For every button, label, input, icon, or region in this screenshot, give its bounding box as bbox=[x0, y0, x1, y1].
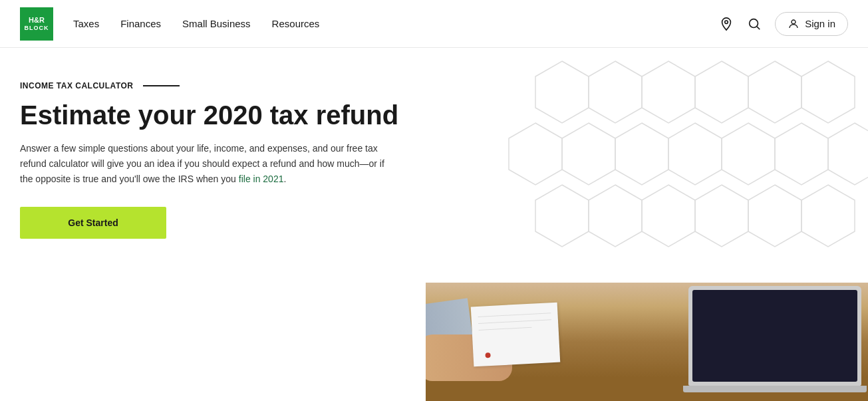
svg-marker-13 bbox=[668, 123, 722, 185]
svg-marker-18 bbox=[589, 185, 642, 247]
svg-line-2 bbox=[757, 27, 760, 29]
svg-point-3 bbox=[792, 20, 796, 24]
sign-in-button[interactable]: Sign in bbox=[775, 12, 848, 36]
logo-line2: BLOCK bbox=[25, 25, 49, 32]
svg-marker-10 bbox=[509, 123, 562, 185]
svg-marker-8 bbox=[748, 61, 801, 123]
nav-item-resources[interactable]: Resources bbox=[272, 18, 320, 29]
svg-marker-15 bbox=[775, 123, 828, 185]
eyebrow-text: INCOME TAX CALCULATOR bbox=[20, 81, 134, 90]
hero-title: Estimate your 2020 tax refund bbox=[20, 100, 406, 130]
svg-marker-5 bbox=[589, 61, 642, 123]
svg-marker-16 bbox=[828, 123, 868, 185]
svg-marker-22 bbox=[801, 185, 855, 247]
svg-marker-9 bbox=[801, 61, 855, 123]
hero-description: Answer a few simple questions about your… bbox=[20, 141, 392, 187]
user-icon bbox=[788, 18, 799, 30]
site-header: H&R BLOCK Taxes Finances Small Business … bbox=[0, 0, 868, 48]
search-icon[interactable] bbox=[747, 17, 762, 31]
sign-in-label: Sign in bbox=[805, 18, 835, 29]
svg-marker-17 bbox=[535, 185, 589, 247]
file-link[interactable]: file in 2021 bbox=[239, 174, 284, 184]
svg-point-1 bbox=[750, 19, 758, 27]
header-actions: Sign in bbox=[719, 12, 848, 36]
svg-point-0 bbox=[725, 20, 728, 23]
location-icon[interactable] bbox=[719, 17, 734, 31]
svg-marker-12 bbox=[615, 123, 668, 185]
nav-item-taxes[interactable]: Taxes bbox=[73, 18, 99, 29]
nav-item-small-business[interactable]: Small Business bbox=[182, 18, 251, 29]
svg-marker-7 bbox=[695, 61, 748, 123]
hex-decoration bbox=[482, 48, 868, 254]
eyebrow-divider bbox=[143, 85, 180, 86]
eyebrow-row: INCOME TAX CALCULATOR bbox=[20, 81, 406, 90]
hero-photo bbox=[426, 283, 868, 401]
hero-left: INCOME TAX CALCULATOR Estimate your 2020… bbox=[0, 48, 426, 401]
svg-marker-21 bbox=[748, 185, 801, 247]
nav-item-finances[interactable]: Finances bbox=[120, 18, 161, 29]
main-content: INCOME TAX CALCULATOR Estimate your 2020… bbox=[0, 48, 868, 401]
svg-marker-4 bbox=[535, 61, 589, 123]
svg-marker-6 bbox=[642, 61, 695, 123]
svg-marker-20 bbox=[695, 185, 748, 247]
svg-marker-19 bbox=[642, 185, 695, 247]
get-started-button[interactable]: Get Started bbox=[20, 207, 166, 239]
logo[interactable]: H&R BLOCK bbox=[20, 7, 53, 41]
svg-marker-14 bbox=[722, 123, 775, 185]
main-nav: Taxes Finances Small Business Resources bbox=[73, 18, 719, 29]
svg-marker-11 bbox=[562, 123, 615, 185]
hero-right bbox=[426, 48, 868, 401]
logo-line1: H&R bbox=[25, 16, 49, 25]
